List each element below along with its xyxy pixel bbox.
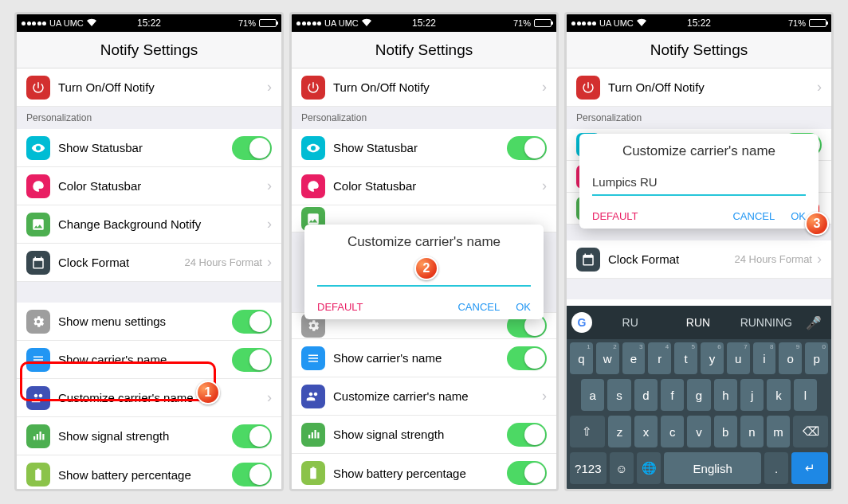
statusbar: UA UMC 15:22 71% (567, 14, 831, 32)
row-show-carrier[interactable]: Show carrier's name (17, 341, 281, 379)
cancel-button[interactable]: CANCEL (457, 301, 500, 313)
toggle-on[interactable] (507, 423, 547, 447)
chevron-right-icon: › (267, 389, 272, 406)
key-b[interactable]: b (714, 416, 737, 447)
ok-button[interactable]: OK (516, 301, 531, 313)
key-symbols[interactable]: ?123 (570, 452, 607, 484)
cancel-button[interactable]: CANCEL (732, 210, 775, 222)
key-k[interactable]: k (767, 379, 790, 411)
key-z[interactable]: z (608, 416, 631, 447)
row-label: Customize carrier's name (333, 389, 542, 403)
toggle-on[interactable] (232, 424, 272, 448)
toggle-on[interactable] (232, 348, 272, 372)
row-turn-on-off[interactable]: Turn On/Off Notify › (567, 68, 831, 107)
signal-icon (301, 423, 325, 447)
row-show-battery[interactable]: Show battery percentage (17, 455, 281, 489)
key-c[interactable]: c (661, 416, 684, 447)
suggestion-2[interactable]: RUN (665, 313, 731, 332)
row-show-battery[interactable]: Show battery percentage (292, 454, 556, 489)
toggle-on[interactable] (232, 463, 272, 486)
row-show-statusbar[interactable]: Show Statusbar (17, 129, 281, 167)
key-t[interactable]: t5 (674, 342, 697, 374)
calendar-icon (26, 251, 50, 275)
battery-icon (259, 19, 277, 27)
key-g[interactable]: g (687, 379, 710, 411)
key-m[interactable]: m (767, 416, 790, 447)
key-r[interactable]: r4 (648, 342, 671, 374)
row-clock-format[interactable]: Clock Format 24 Hours Format › (17, 244, 281, 282)
key-n[interactable]: n (740, 416, 764, 447)
row-show-carrier[interactable]: Show carrier's name (292, 339, 556, 377)
key-f[interactable]: f (661, 379, 684, 411)
key-y[interactable]: y6 (701, 342, 724, 374)
key-a[interactable]: a (581, 379, 604, 411)
palette-icon (26, 174, 50, 198)
row-color-statusbar[interactable]: Color Statusbar › (292, 167, 556, 205)
key-space[interactable]: English (664, 452, 761, 484)
battery-icon (301, 461, 325, 485)
row-change-bg[interactable]: Change Background Notify › (17, 205, 281, 244)
phone-screenshot-2: UA UMC 15:22 71% Notify Settings Turn On… (289, 12, 559, 491)
row-customize-carrier[interactable]: Customize carrier's name › (17, 379, 281, 417)
row-color-statusbar[interactable]: Color Statusbar › (17, 167, 281, 205)
section-personalization: Personalization (567, 107, 831, 129)
carrier-name-input[interactable] (592, 169, 806, 196)
chevron-right-icon: › (267, 79, 272, 96)
onscreen-keyboard[interactable]: G RU RUN RUNNING 🎤 q1w2e3r4t5y6u7i8o9p0 … (567, 306, 831, 489)
default-button[interactable]: DEFAULT (592, 210, 638, 222)
key-p[interactable]: p0 (805, 342, 828, 374)
key-i[interactable]: i8 (753, 342, 776, 374)
page-title: Notify Settings (375, 41, 473, 59)
key-o[interactable]: o9 (779, 342, 802, 374)
key-l[interactable]: l (794, 379, 817, 411)
key-d[interactable]: d (634, 379, 658, 411)
row-show-signal[interactable]: Show signal strength (292, 416, 556, 454)
row-label: Show signal strength (58, 429, 232, 443)
row-customize-carrier[interactable]: Customize carrier's name › (292, 377, 556, 416)
gear-icon (26, 310, 50, 334)
row-show-statusbar[interactable]: Show Statusbar (292, 129, 556, 167)
key-s[interactable]: s (607, 379, 630, 411)
ok-button[interactable]: OK (791, 210, 806, 222)
suggestion-1[interactable]: RU (597, 313, 663, 332)
key-u[interactable]: u7 (727, 342, 750, 374)
row-label: Show carrier's name (333, 351, 507, 365)
key-h[interactable]: h (714, 379, 737, 411)
row-show-signal[interactable]: Show signal strength (17, 417, 281, 455)
key-language[interactable]: 🌐 (637, 452, 661, 484)
google-logo-icon[interactable]: G (571, 312, 592, 333)
key-backspace[interactable]: ⌫ (793, 416, 828, 447)
suggestion-3[interactable]: RUNNING (733, 313, 799, 332)
titlebar: Notify Settings (292, 32, 556, 68)
key-emoji[interactable]: ☺ (610, 452, 634, 484)
callout-number-3: 3 (805, 212, 829, 236)
mic-icon[interactable]: 🎤 (801, 315, 826, 330)
row-turn-on-off[interactable]: Turn On/Off Notify › (17, 68, 281, 107)
toggle-on[interactable] (232, 136, 272, 160)
key-shift[interactable]: ⇧ (570, 416, 605, 447)
key-e[interactable]: e3 (622, 342, 646, 374)
toggle-on[interactable] (507, 136, 547, 160)
toggle-on[interactable] (507, 461, 547, 485)
page-title: Notify Settings (650, 41, 748, 59)
key-enter[interactable]: ↵ (791, 452, 828, 484)
key-period[interactable]: . (764, 452, 788, 484)
key-x[interactable]: x (634, 416, 658, 447)
key-w[interactable]: w2 (596, 342, 619, 374)
default-button[interactable]: DEFAULT (317, 301, 363, 313)
person-icon (301, 385, 325, 408)
eye-icon (26, 136, 50, 160)
palette-icon (301, 174, 325, 198)
key-j[interactable]: j (740, 379, 764, 411)
toggle-on[interactable] (507, 346, 547, 370)
row-show-menu[interactable]: Show menu settings (17, 303, 281, 341)
key-q[interactable]: q1 (570, 342, 593, 374)
row-detail: 24 Hours Format (734, 253, 812, 265)
row-turn-on-off[interactable]: Turn On/Off Notify › (292, 68, 556, 107)
key-v[interactable]: v (687, 416, 710, 447)
toggle-on[interactable] (232, 310, 272, 334)
settings-list: Turn On/Off Notify › Personalization Clo… (567, 68, 831, 489)
row-clock-format[interactable]: Clock Format 24 Hours Format › (567, 240, 831, 279)
statusbar-time: 15:22 (292, 18, 556, 29)
row-label: Color Statusbar (58, 179, 267, 193)
